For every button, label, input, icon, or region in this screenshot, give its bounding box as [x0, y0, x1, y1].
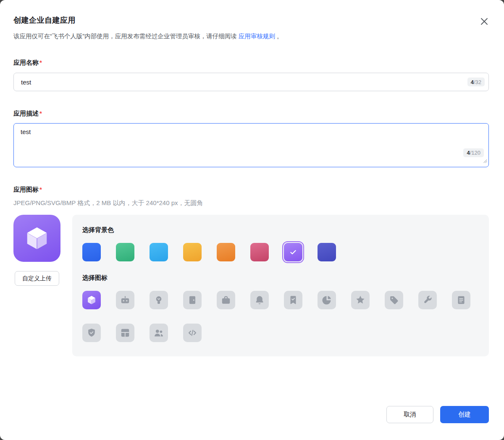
- layout-icon: [120, 327, 131, 338]
- color-swatch-amber[interactable]: [183, 243, 202, 261]
- icon-option-bell[interactable]: [250, 291, 269, 309]
- color-swatch-rose[interactable]: [250, 243, 269, 261]
- icon-option-layout[interactable]: [116, 324, 134, 342]
- required-asterisk: *: [39, 59, 42, 66]
- icon-format-hint: JPEG/PNG/SVG/BMP 格式，2 MB 以内，大于 240*240 p…: [13, 199, 489, 207]
- app-name-counter: 4/32: [467, 78, 485, 87]
- color-swatch-orange[interactable]: [217, 243, 235, 261]
- icon-option-doc[interactable]: [452, 291, 470, 309]
- icon-section: 自定义上传 选择背景色 选择图标: [13, 215, 489, 356]
- close-icon: [480, 17, 489, 26]
- app-name-input-wrap: 4/32: [13, 73, 489, 91]
- bookmark-icon: [288, 295, 299, 306]
- tag-icon: [388, 295, 399, 306]
- app-description-label-text: 应用描述: [13, 110, 39, 117]
- icon-picker-heading: 选择图标: [82, 274, 479, 282]
- required-asterisk: *: [39, 186, 42, 193]
- icon-option-shield[interactable]: [82, 324, 101, 342]
- cube-icon: [86, 295, 97, 306]
- check-icon: [289, 248, 297, 256]
- app-icon-label-text: 应用图标: [13, 186, 39, 193]
- color-swatch-sky[interactable]: [150, 243, 168, 261]
- wrench-icon: [422, 295, 433, 306]
- icon-grid: [82, 291, 473, 342]
- app-description-count-max: /120: [470, 150, 480, 156]
- icon-option-cube[interactable]: [82, 291, 101, 309]
- color-swatch-row: [82, 243, 479, 261]
- app-name-input[interactable]: [13, 73, 489, 91]
- robot-icon: [120, 295, 131, 306]
- close-button[interactable]: [479, 16, 490, 27]
- shield-icon: [86, 327, 97, 338]
- cube-icon: [23, 224, 51, 253]
- app-form: 应用名称* 4/32 应用描述* test 4/120 应用图标* JPEG/P…: [0, 40, 504, 356]
- code-icon: [187, 327, 198, 338]
- icon-option-star[interactable]: [351, 291, 370, 309]
- cancel-button[interactable]: 取消: [386, 406, 433, 423]
- icon-option-pie[interactable]: [318, 291, 336, 309]
- doc-icon: [456, 295, 467, 306]
- app-description-input[interactable]: test: [13, 123, 489, 167]
- create-app-dialog: 创建企业自建应用 该应用仅可在“飞书个人版”内部使用，应用发布需经过企业管理员审…: [0, 0, 504, 440]
- required-asterisk: *: [39, 110, 42, 117]
- bg-color-heading: 选择背景色: [82, 226, 479, 234]
- users-icon: [153, 327, 164, 338]
- app-description-label: 应用描述*: [13, 110, 489, 118]
- icon-option-wrench[interactable]: [418, 291, 437, 309]
- dialog-title: 创建企业自建应用: [13, 15, 489, 25]
- icon-option-robot[interactable]: [116, 291, 134, 309]
- color-swatch-indigo[interactable]: [318, 243, 336, 261]
- app-name-label-text: 应用名称: [13, 59, 39, 66]
- app-name-count-max: /32: [474, 79, 481, 85]
- icon-option-door[interactable]: [183, 291, 202, 309]
- dialog-header: 创建企业自建应用 该应用仅可在“飞书个人版”内部使用，应用发布需经过企业管理员审…: [0, 0, 504, 40]
- app-description-counter: 4/120: [463, 148, 484, 157]
- door-icon: [187, 295, 198, 306]
- icon-option-tag[interactable]: [385, 291, 403, 309]
- color-swatch-blue[interactable]: [82, 243, 101, 261]
- create-button[interactable]: 创建: [440, 406, 489, 423]
- resize-handle-icon[interactable]: [483, 158, 487, 163]
- app-description-input-wrap: test 4/120: [13, 123, 489, 167]
- app-name-label: 应用名称*: [13, 59, 489, 67]
- icon-picker-panel: 选择背景色 选择图标: [72, 215, 489, 356]
- color-swatch-green[interactable]: [116, 243, 134, 261]
- bulb-icon: [153, 295, 164, 306]
- icon-option-code[interactable]: [183, 324, 202, 342]
- icon-option-users[interactable]: [150, 324, 168, 342]
- bell-icon: [254, 295, 265, 306]
- app-description-count-current: 4: [467, 150, 470, 156]
- icon-option-bulb[interactable]: [150, 291, 168, 309]
- dialog-footer: 取消 创建: [0, 406, 504, 440]
- subtitle-suffix: 。: [275, 33, 283, 40]
- app-icon-preview: [13, 215, 60, 262]
- dialog-subtitle: 该应用仅可在“飞书个人版”内部使用，应用发布需经过企业管理员审核，请仔细阅读 应…: [13, 32, 489, 40]
- pie-icon: [321, 295, 332, 306]
- briefcase-icon: [220, 295, 231, 306]
- review-rules-link[interactable]: 应用审核规则: [239, 33, 275, 40]
- icon-option-bookmark[interactable]: [284, 291, 302, 309]
- custom-upload-button[interactable]: 自定义上传: [15, 271, 59, 286]
- icon-preview-column: 自定义上传: [13, 215, 62, 286]
- app-icon-label: 应用图标*: [13, 186, 489, 194]
- star-icon: [355, 295, 366, 306]
- icon-option-briefcase[interactable]: [217, 291, 235, 309]
- color-swatch-purple[interactable]: [284, 243, 302, 261]
- subtitle-text: 该应用仅可在“飞书个人版”内部使用，应用发布需经过企业管理员审核，请仔细阅读: [13, 33, 239, 40]
